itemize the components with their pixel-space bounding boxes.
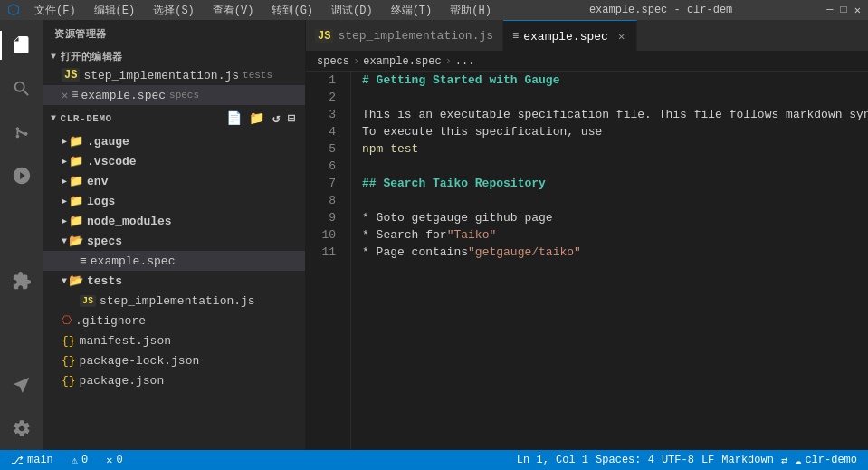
- line11-string: "getgauge/taiko": [468, 244, 581, 261]
- folder-node-modules[interactable]: ▶ 📁 node_modules: [43, 211, 305, 231]
- close-icon[interactable]: ✕: [854, 4, 861, 17]
- menu-debug[interactable]: 调试(D): [328, 3, 377, 18]
- open-editors-header[interactable]: ▼ 打开的编辑器: [43, 48, 305, 65]
- folder-env[interactable]: ▶ 📁 env: [43, 171, 305, 191]
- status-language[interactable]: Markdown: [718, 450, 777, 470]
- line10-prefix: * Search for: [362, 226, 447, 244]
- folder-gauge-icon: 📁: [69, 134, 83, 149]
- folder-specs[interactable]: ▼ 📂 specs: [43, 231, 305, 251]
- eol-label: LF: [701, 454, 714, 466]
- folder-vscode-chevron: ▶: [62, 156, 67, 167]
- tab-example-spec[interactable]: ≡ example.spec ✕: [503, 20, 637, 52]
- status-errors[interactable]: ✕ 0: [102, 450, 126, 470]
- code-line-1: # Getting Started with Gauge: [362, 72, 868, 89]
- status-warnings[interactable]: ⚠ 0: [68, 450, 91, 470]
- minimize-icon[interactable]: ─: [826, 4, 833, 17]
- explorer-root-name: CLR-DEMO: [61, 113, 112, 124]
- folder-node-modules-chevron: ▶: [62, 216, 67, 226]
- open-editor-step-impl[interactable]: JS step_implementation.js tests: [43, 65, 305, 85]
- cursor-pos: Ln 1, Col 1: [517, 454, 588, 466]
- code-line-6: [362, 158, 868, 175]
- content: JS step_implementation.js ≡ example.spec…: [306, 20, 868, 450]
- folder-vscode[interactable]: ▶ 📁 .vscode: [43, 151, 305, 171]
- file-package-json[interactable]: {} package.json: [43, 370, 305, 390]
- folder-logs-name: logs: [87, 195, 115, 208]
- collapse-button[interactable]: ⊟: [286, 109, 298, 128]
- file-manifest-json-name: manifest.json: [80, 334, 171, 348]
- explorer-root[interactable]: ▼ CLR-DEMO 📄 📁 ↺ ⊟: [43, 105, 305, 131]
- branch-name: main: [27, 454, 53, 466]
- folder-logs[interactable]: ▶ 📁 logs: [43, 191, 305, 211]
- breadcrumb-specs[interactable]: specs: [317, 55, 349, 68]
- remote-activity-icon[interactable]: [0, 363, 43, 407]
- folder-gauge[interactable]: ▶ 📁 .gauge: [43, 131, 305, 151]
- code-line-7: ## Search Taiko Repository: [362, 175, 868, 192]
- search-activity-icon[interactable]: [0, 67, 43, 110]
- menu-help[interactable]: 帮助(H): [446, 3, 495, 18]
- open-editor-example-spec[interactable]: ✕ ≡ example.spec specs: [43, 85, 305, 105]
- svg-point-0: [16, 128, 20, 131]
- file-gitignore-icon: ⎔: [62, 313, 72, 328]
- line-num-9: 9: [306, 209, 343, 226]
- status-branch[interactable]: ⎇ main: [7, 450, 57, 470]
- explorer-root-chevron: ▼: [51, 113, 57, 123]
- open-editor-step-impl-name: step_implementation.js: [83, 69, 239, 82]
- tab-close-icon[interactable]: ✕: [615, 29, 627, 44]
- status-encoding[interactable]: UTF-8: [658, 450, 698, 470]
- file-manifest-json[interactable]: {} manifest.json: [43, 331, 305, 350]
- error-count: 0: [116, 454, 122, 466]
- window-controls: ─ □ ✕: [826, 4, 861, 17]
- code-line-3: This is an executable specification file…: [362, 106, 868, 123]
- editor[interactable]: 1 2 3 4 5 6 7 8 9 10 11 # Getting Starte…: [306, 72, 868, 450]
- svg-point-1: [16, 135, 20, 139]
- open-editors-chevron: ▼: [51, 52, 57, 62]
- file-example-spec[interactable]: ≡ example.spec: [43, 251, 305, 271]
- js-file-icon: JS: [62, 68, 80, 82]
- line-num-11: 11: [306, 244, 343, 261]
- tab-example-spec-label: example.spec: [523, 30, 608, 43]
- breadcrumb-sep1: ›: [353, 55, 359, 68]
- status-feedback[interactable]: ⇄: [777, 450, 791, 470]
- settings-activity-icon[interactable]: [0, 407, 43, 450]
- breadcrumb-sep2: ›: [445, 55, 452, 68]
- refresh-button[interactable]: ↺: [271, 109, 282, 128]
- extensions-activity-icon[interactable]: [0, 259, 43, 302]
- menu-terminal[interactable]: 终端(T): [387, 3, 436, 18]
- folder-logs-chevron: ▶: [62, 196, 67, 206]
- spaces-label: Spaces: 4: [596, 454, 654, 466]
- breadcrumb-file[interactable]: example.spec: [363, 55, 441, 68]
- line-num-5: 5: [306, 140, 343, 158]
- menu-view[interactable]: 查看(V): [209, 3, 258, 18]
- file-gitignore[interactable]: ⎔ .gitignore: [43, 311, 305, 331]
- menu-edit[interactable]: 编辑(E): [91, 3, 139, 18]
- file-step-impl-icon: JS: [80, 295, 96, 307]
- maximize-icon[interactable]: □: [841, 4, 847, 17]
- line10-string: "Taiko": [447, 226, 497, 244]
- debug-activity-icon[interactable]: [0, 154, 43, 197]
- file-package-lock-json[interactable]: {} package-lock.json: [43, 350, 305, 370]
- menu-select[interactable]: 选择(S): [149, 3, 198, 18]
- folder-node-modules-name: node_modules: [87, 215, 172, 228]
- file-tree: ▶ 📁 .gauge ▶ 📁 .vscode ▶ 📁 env ▶ 📁 logs: [43, 131, 305, 390]
- title-bar-menus: 文件(F) 编辑(E) 选择(S) 查看(V) 转到(G) 调试(D) 终端(T…: [31, 3, 495, 18]
- menu-goto[interactable]: 转到(G): [268, 3, 317, 18]
- explorer-activity-icon[interactable]: [0, 24, 43, 67]
- close-editor-icon[interactable]: ✕: [62, 89, 68, 102]
- tab-bar: JS step_implementation.js ≡ example.spec…: [306, 20, 868, 52]
- menu-file[interactable]: 文件(F): [31, 3, 80, 18]
- app-icon: ⬡: [7, 1, 20, 19]
- tab-step-impl[interactable]: JS step_implementation.js: [306, 20, 503, 52]
- language-label: Markdown: [721, 454, 774, 466]
- status-remote[interactable]: ☁ clr-demo: [791, 450, 861, 470]
- folder-tests[interactable]: ▼ 📂 tests: [43, 271, 305, 291]
- activity-bar: [0, 20, 43, 450]
- status-cursor[interactable]: Ln 1, Col 1: [513, 450, 592, 470]
- file-step-impl[interactable]: JS step_implementation.js: [43, 291, 305, 311]
- new-folder-button[interactable]: 📁: [247, 109, 267, 128]
- new-file-button[interactable]: 📄: [224, 109, 244, 128]
- status-eol[interactable]: LF: [698, 450, 718, 470]
- warning-icon: ⚠: [72, 454, 78, 467]
- source-control-activity-icon[interactable]: [0, 110, 43, 154]
- status-spaces[interactable]: Spaces: 4: [592, 450, 658, 470]
- editor-content[interactable]: # Getting Started with Gauge This is an …: [351, 72, 868, 450]
